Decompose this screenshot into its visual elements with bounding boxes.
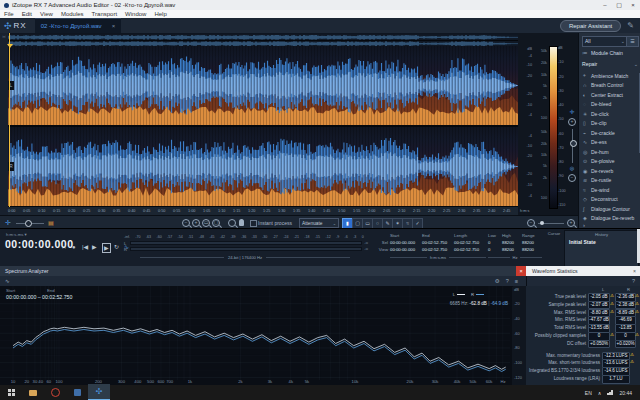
zoom-in-time-icon[interactable]: + [192, 219, 200, 227]
menu-item-window[interactable]: Window [121, 10, 150, 18]
sidebar-item-ambience-match[interactable]: ⌖Ambience Match [579, 71, 640, 81]
window-minimize-button[interactable]: – [598, 0, 612, 10]
magnifier-icon[interactable] [228, 219, 236, 227]
meter-tick: -63 [146, 235, 151, 239]
channel-r[interactable]: R [8, 127, 518, 206]
file-explorer-icon[interactable] [22, 385, 44, 400]
amp-ruler-label: -10 [527, 63, 533, 67]
zoom-out-time-icon[interactable]: − [182, 219, 190, 227]
layers-icon[interactable]: ▤ [48, 219, 54, 226]
time-format-selector[interactable]: h:m:s.ms ▾ [6, 232, 27, 237]
sidebar-item-de-plosive[interactable]: ⊙De-plosive [579, 157, 640, 167]
sidebar-item-de-wind[interactable]: ≈De-wind [579, 185, 640, 195]
repair-assistant-button[interactable]: Repair Assistant [560, 20, 621, 32]
horizontal-zoom-in-icon[interactable]: + [567, 219, 575, 227]
sidebar-item-de-reverb[interactable]: ◉De-reverb [579, 166, 640, 176]
zoom-selection-icon[interactable]: ▭ [202, 219, 210, 227]
module-chain-item[interactable]: ≔ Module Chain [582, 48, 640, 57]
vertical-zoom-controls[interactable]: ✛+◎− [566, 108, 578, 208]
waveform-overview[interactable] [8, 33, 518, 46]
close-icon[interactable]: × [633, 266, 640, 276]
spectrogram-area[interactable]: LR [8, 46, 518, 207]
module-list-view-button[interactable]: ☰ [626, 36, 639, 47]
edit-pencil-icon[interactable]: ✎ [627, 21, 634, 30]
playhead-line[interactable] [9, 46, 10, 207]
selection-cell: 88200 [522, 240, 542, 245]
help-icon[interactable]: ? [632, 276, 640, 286]
sidebar-item-dialogue-contour[interactable]: ∫Dialogue Contour [579, 204, 640, 214]
clock[interactable]: 20:44 [619, 390, 632, 396]
settings-gear-icon[interactable]: ⚙ [495, 278, 500, 284]
sidebar-item-de-bleed[interactable]: ◌De-bleed [579, 100, 640, 110]
tab-close-icon[interactable]: × [112, 23, 116, 29]
selection-header-end: End [422, 233, 454, 238]
nudge-pan-icon[interactable]: ✛ [5, 219, 11, 227]
module-sidebar: All ⌄ ☰ ≔ Module Chain Repair ⌄ ⌖Ambienc… [578, 33, 640, 228]
spectrum-analyzer-header[interactable]: Spectrum Analyzer [0, 266, 521, 276]
spectrogram-color-legend[interactable] [549, 46, 558, 209]
menu-item-edit[interactable]: Edit [18, 10, 36, 18]
selection-cell: 00:00:00.000 [390, 240, 422, 245]
app-icon-blue[interactable] [66, 385, 88, 400]
start-button[interactable] [0, 385, 22, 400]
sidebar-item-de-hum[interactable]: ◎De-hum [579, 147, 640, 157]
meter-tick: 0 [362, 235, 364, 239]
sidebar-item-de-click[interactable]: ✳De-click [579, 109, 640, 119]
warning-icon: ⚠ [610, 301, 614, 306]
waveform-statistics-titlebar[interactable]: Waveform Statistics × [526, 266, 640, 276]
channel-l[interactable]: L [8, 46, 518, 125]
playhead-marker[interactable] [7, 44, 13, 48]
help-icon[interactable]: ? [506, 278, 509, 284]
transport-record-button[interactable]: ● [72, 243, 76, 251]
transport-monitor-button[interactable]: ∩ [62, 243, 66, 251]
sidebar-item-center-extract[interactable]: ◐Center Extract [579, 90, 640, 100]
sidebar-item-de-rustle[interactable]: ≋De-rustle [579, 176, 640, 186]
history-item[interactable]: Initial State [569, 239, 638, 245]
active-app-rx[interactable]: ✣ [88, 384, 110, 400]
meter-clip-indicator[interactable]: -∞ [364, 247, 368, 251]
module-filter-dropdown[interactable]: All ⌄ [582, 36, 628, 47]
collapse-icon[interactable]: ›‹ [2, 33, 5, 39]
close-panel-button[interactable]: × [516, 266, 526, 276]
zoom-out-icon[interactable]: − [568, 174, 576, 182]
sidebar-item-de-clip[interactable]: ▯De-clip [579, 119, 640, 129]
tray-expand-icon[interactable]: ∧ [598, 390, 602, 396]
meter-clip-indicator[interactable]: -∞ [364, 241, 368, 245]
sidebar-item-breath-control[interactable]: ∩Breath Control [579, 81, 640, 91]
sidebar-item-dialogue-de-reverb[interactable]: ◈Dialogue De-reverb [579, 214, 640, 224]
spectrum-plot[interactable]: 10203040601002003004005006007001k2k3k4k5… [0, 286, 512, 385]
zoom-slider-thumb[interactable] [570, 140, 577, 147]
blend-slider-thumb[interactable] [25, 220, 32, 227]
horizontal-zoom-thumb[interactable] [540, 221, 544, 225]
instant-process-checkbox[interactable] [250, 220, 257, 227]
menu-item-help[interactable]: Help [150, 10, 170, 18]
de-plosive-icon: ⊙ [583, 158, 591, 164]
horizontal-zoom-out-icon[interactable]: − [527, 219, 535, 227]
zoom-in-icon[interactable]: + [568, 118, 576, 126]
transport-loop-button[interactable]: ↻ [114, 243, 119, 251]
zoom-all-icon[interactable]: ▢ [212, 219, 220, 227]
transport-scrub-button[interactable]: ∿ [124, 243, 129, 251]
timeline-ruler[interactable]: 0:000:050:100:150:200:250:300:350:400:45… [8, 207, 518, 215]
menu-item-file[interactable]: File [0, 10, 18, 18]
transport-go-to-start-button[interactable]: |◀ [82, 243, 88, 251]
browser-icon[interactable] [44, 385, 66, 400]
network-icon[interactable] [607, 390, 613, 395]
window-maximize-button[interactable]: ▢ [612, 0, 626, 10]
hand-tool-icon[interactable] [239, 219, 244, 226]
pan-icon[interactable]: ✛ [566, 108, 578, 115]
window-close-button[interactable]: × [626, 0, 640, 10]
preset-icon[interactable]: ≡ [515, 278, 518, 284]
transport-play-button[interactable]: ▶ [92, 243, 97, 251]
language-indicator[interactable]: EN [585, 390, 592, 396]
repair-section-header[interactable]: Repair ⌄ [582, 59, 638, 68]
sidebar-item-de-ess[interactable]: ∿De-ess [579, 138, 640, 148]
document-tab[interactable]: 02 -Кто-то Другой.wav × [35, 18, 121, 34]
locate-playhead-icon[interactable]: ◎ [566, 165, 578, 171]
amplitude-ruler[interactable]: dB-4-10-20-20-10-4-4-10-20-20-10-4 [518, 46, 533, 207]
frequency-ruler[interactable]: 50k20k10k5k2k10050k20k10k5k2k100 [534, 46, 548, 207]
sidebar-item-de-crackle[interactable]: ⌁De-crackle [579, 128, 640, 138]
transport-play-selection-button[interactable]: ▶ [102, 243, 111, 253]
attenuate-dropdown[interactable]: Attenuate⌄ [299, 218, 339, 228]
sidebar-item-deconstruct[interactable]: ◇Deconstruct [579, 195, 640, 205]
